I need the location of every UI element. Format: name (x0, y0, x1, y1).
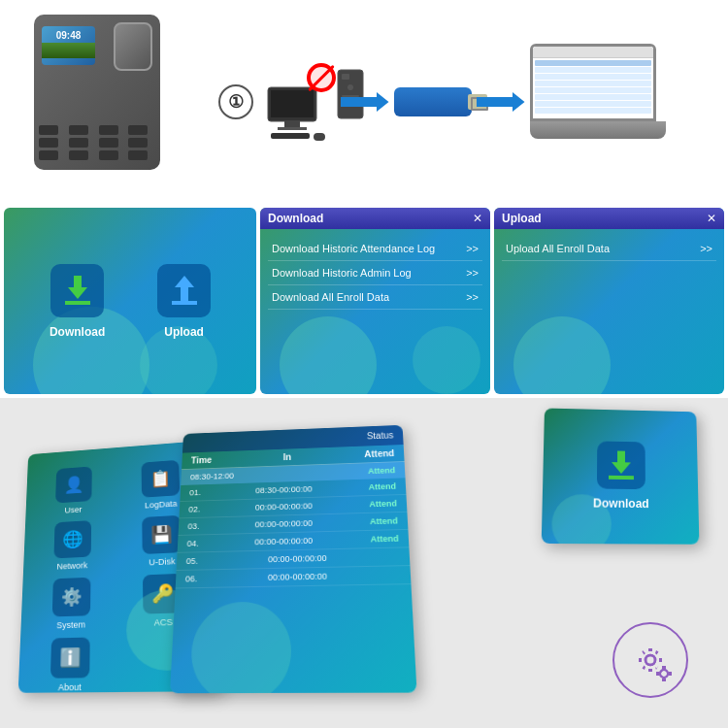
log-time: 08:30-00:00:00 (255, 484, 313, 495)
key (128, 150, 148, 160)
system-label: System (56, 619, 85, 630)
usb-drive (394, 87, 472, 116)
table-row (535, 108, 651, 114)
svg-rect-2 (284, 121, 300, 127)
svg-rect-9 (342, 95, 359, 97)
svg-point-13 (645, 655, 655, 665)
upload-title-bar: Upload ✕ (494, 208, 724, 229)
upload-icon-item[interactable]: Upload (157, 264, 211, 339)
user-label: User (64, 505, 82, 514)
system-menu-item[interactable]: ⚙️ System (30, 577, 113, 631)
network-label: Network (56, 561, 87, 572)
upload-panel-close[interactable]: ✕ (707, 212, 716, 225)
table-row (535, 67, 651, 73)
svg-rect-3 (278, 127, 307, 130)
upload-panel-title: Upload (502, 212, 542, 225)
download-menu-item-3[interactable]: Download All Enroll Data >> (268, 285, 482, 310)
logdata-label: LogData (145, 499, 178, 510)
device-keypad (39, 125, 155, 160)
log-time: 00:00-00:00:00 (255, 518, 314, 529)
log-row-6: 06. 00:00-00:00:00 (176, 566, 412, 588)
log-time: 00:00-00:00:00 (268, 572, 327, 582)
log-num: 05. (186, 556, 199, 566)
log-status-header: Status (367, 430, 394, 441)
download-panel: Download ✕ Download Historic Attendance … (260, 208, 490, 394)
attend-col-header: In (283, 452, 291, 462)
network-menu-item[interactable]: 🌐 Network (32, 519, 113, 573)
about-icon: ℹ️ (50, 638, 90, 678)
key (128, 138, 148, 148)
screen-time: 09:48 (42, 30, 95, 41)
about-menu-item[interactable]: ℹ️ About (28, 637, 113, 693)
download-top-label: Download (593, 496, 649, 511)
attend-status-header: Attend (364, 448, 394, 459)
arrow-base (65, 301, 90, 305)
download-menu-item-1[interactable]: Download Historic Attendance Log >> (268, 237, 482, 261)
menu-item-text: Upload All Enroll Data (506, 243, 610, 254)
usb-drive-container (394, 87, 472, 116)
key (69, 150, 88, 160)
menu-item-arrow: >> (700, 243, 712, 254)
log-time: 00:00-00:00:00 (255, 502, 313, 513)
key (99, 125, 118, 135)
no-symbol-icon (307, 63, 336, 92)
key (39, 150, 58, 160)
menu-item-arrow: >> (466, 291, 479, 303)
user-menu-item[interactable]: 👤 User (35, 465, 114, 516)
log-status: Attend (369, 499, 397, 509)
top-section: 09:48 ① (0, 0, 728, 204)
svg-point-11 (613, 623, 687, 697)
gear-icon (612, 621, 689, 699)
log-num: 03. (187, 521, 199, 531)
arrow-base (172, 301, 197, 305)
logdata-icon: 📋 (142, 460, 181, 498)
download-icon-box (50, 264, 104, 317)
network-icon: 🌐 (53, 520, 91, 558)
arrow-body (617, 451, 625, 463)
download-title-bar: Download ✕ (260, 208, 490, 229)
svg-rect-6 (338, 70, 363, 118)
laptop-menubar (533, 47, 653, 58)
download-arrow-icon (63, 276, 92, 305)
svg-rect-5 (314, 133, 325, 141)
table-row (535, 94, 651, 100)
menu-item-text: Download All Enroll Data (272, 291, 389, 303)
device-screen: 09:48 (42, 26, 95, 65)
svg-rect-7 (342, 74, 349, 80)
menu-item-arrow: >> (466, 243, 479, 254)
card-download-top[interactable]: Download (542, 408, 700, 544)
arrow-body (181, 287, 188, 301)
log-status: Attend (370, 516, 398, 526)
log-num: 06. (185, 574, 198, 583)
download-panel-close[interactable]: ✕ (473, 212, 482, 225)
flow-diagram: ① (175, 44, 709, 160)
device-body: 09:48 (34, 15, 160, 170)
upload-menu-item-1[interactable]: Upload All Enroll Data >> (502, 237, 716, 261)
bottom-section: 👤 User 📋 LogData 🌐 Network 💾 U-Disk ⚙️ S… (0, 398, 728, 728)
download-icon-item[interactable]: Download (50, 264, 105, 339)
log-num: 02. (188, 505, 200, 513)
download-menu-item-2[interactable]: Download Historic Admin Log >> (268, 261, 482, 285)
svg-rect-1 (271, 90, 314, 117)
svg-rect-4 (271, 133, 310, 139)
log-status: Attend (369, 481, 397, 491)
log-time: 00:00-00:00:00 (268, 553, 327, 564)
arrow-head (612, 463, 631, 475)
table-header-row (535, 60, 651, 66)
card-attendance-log: Status Time In Attend 08:30-12:00 Attend… (170, 425, 417, 693)
gear-container[interactable] (612, 621, 689, 699)
system-icon: ⚙️ (52, 578, 91, 617)
download-top-arrow-icon (607, 450, 636, 480)
menu-item-text: Download Historic Attendance Log (272, 243, 435, 254)
log-num: 01. (189, 488, 201, 497)
upload-panel: Upload ✕ Upload All Enroll Data >> (494, 208, 724, 394)
arrow-body (74, 276, 82, 287)
upload-label: Upload (164, 325, 204, 339)
log-time: 00:00-00:00:00 (254, 536, 313, 546)
time-col-header: Time (191, 455, 213, 465)
key (39, 125, 58, 135)
table-row (535, 74, 651, 80)
log-status: Attend (370, 534, 398, 544)
table-row (535, 101, 651, 107)
about-label: About (58, 682, 82, 693)
